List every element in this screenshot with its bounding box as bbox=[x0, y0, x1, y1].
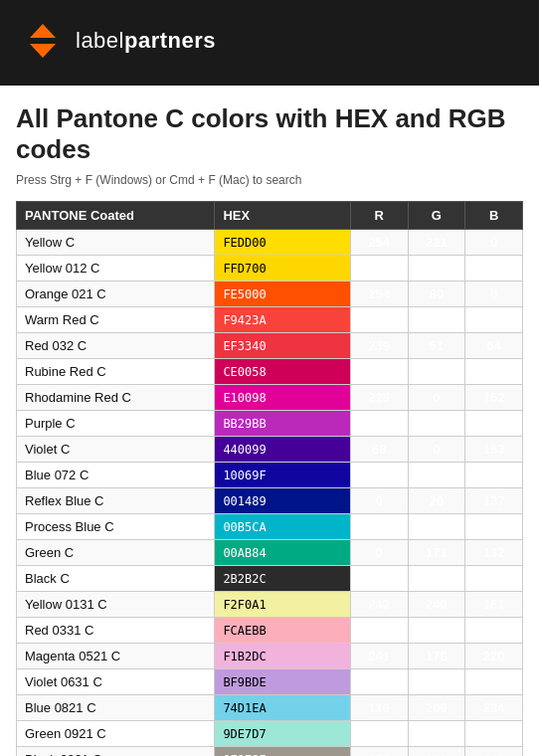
col-header-pantone: PANTONE Coated bbox=[17, 202, 215, 230]
cell-b: 64 bbox=[465, 333, 523, 359]
cell-g: 20 bbox=[408, 488, 465, 514]
cell-r: 249 bbox=[350, 307, 408, 333]
content-area: All Pantone C colors with HEX and RGB co… bbox=[0, 86, 539, 756]
cell-b: 220 bbox=[465, 644, 523, 669]
cell-hex: FFD700 bbox=[215, 256, 350, 282]
cell-g: 0 bbox=[408, 359, 465, 385]
table-header-row: PANTONE Coated HEX R G B bbox=[17, 202, 523, 230]
cell-hex: F1B2DC bbox=[215, 644, 350, 669]
cell-g: 51 bbox=[408, 333, 465, 359]
cell-g: 178 bbox=[408, 644, 465, 669]
cell-hex: 10069F bbox=[215, 463, 350, 488]
table-row: Reflex Blue C001489020137 bbox=[17, 488, 523, 514]
table-row: Orange 021 CFE5000254800 bbox=[17, 282, 523, 307]
table-row: Rubine Red CCE0058206088 bbox=[17, 359, 523, 385]
cell-hex: EF3340 bbox=[215, 333, 350, 359]
cell-hex: 9DE7D7 bbox=[215, 721, 350, 747]
cell-b: 88 bbox=[465, 359, 523, 385]
cell-pantone-name: Process Blue C bbox=[17, 514, 215, 540]
cell-pantone-name: Magenta 0521 C bbox=[17, 644, 215, 669]
table-row: Green C00AB840171132 bbox=[17, 540, 523, 566]
cell-g: 0 bbox=[408, 385, 465, 411]
header: labelpartners bbox=[0, 0, 539, 86]
cell-hex: CE0058 bbox=[215, 359, 350, 385]
cell-pantone-name: Blue 072 C bbox=[17, 463, 215, 488]
cell-b: 187 bbox=[465, 618, 523, 644]
cell-b: 0 bbox=[465, 256, 523, 282]
cell-pantone-name: Green 0921 C bbox=[17, 721, 215, 747]
cell-g: 151 bbox=[408, 747, 465, 756]
cell-pantone-name: Purple C bbox=[17, 411, 215, 437]
cell-b: 234 bbox=[465, 695, 523, 721]
cell-r: 242 bbox=[350, 592, 408, 618]
cell-r: 187 bbox=[350, 411, 408, 437]
cell-r: 255 bbox=[350, 256, 408, 282]
col-header-g: G bbox=[408, 202, 465, 230]
cell-r: 157 bbox=[350, 721, 408, 747]
cell-r: 16 bbox=[350, 463, 408, 488]
cell-b: 38 bbox=[465, 566, 523, 592]
table-row: Blue 0821 C74D1EA116209234 bbox=[17, 695, 523, 721]
cell-pantone-name: Warm Red C bbox=[17, 307, 215, 333]
cell-g: 240 bbox=[408, 592, 465, 618]
logo-text-bold: partners bbox=[124, 28, 216, 53]
cell-g: 41 bbox=[408, 411, 465, 437]
cell-r: 0 bbox=[350, 514, 408, 540]
table-row: Yellow 012 CFFD7002552150 bbox=[17, 256, 523, 282]
cell-pantone-name: Yellow C bbox=[17, 230, 215, 256]
cell-g: 231 bbox=[408, 721, 465, 747]
cell-g: 66 bbox=[408, 307, 465, 333]
cell-r: 68 bbox=[350, 437, 408, 463]
col-header-r: R bbox=[350, 202, 408, 230]
cell-b: 152 bbox=[465, 385, 523, 411]
table-row: Yellow CFEDD002542210 bbox=[17, 230, 523, 256]
table-row: Black C2B2B2C454138 bbox=[17, 566, 523, 592]
cell-r: 116 bbox=[350, 695, 408, 721]
cell-r: 191 bbox=[350, 669, 408, 695]
cell-b: 215 bbox=[465, 721, 523, 747]
cell-g: 41 bbox=[408, 566, 465, 592]
cell-hex: FCAEBB bbox=[215, 618, 350, 644]
cell-g: 133 bbox=[408, 514, 465, 540]
cell-hex: FEDD00 bbox=[215, 230, 350, 256]
cell-r: 158 bbox=[350, 747, 408, 756]
cell-r: 0 bbox=[350, 488, 408, 514]
cell-b: 161 bbox=[465, 592, 523, 618]
cell-g: 6 bbox=[408, 463, 465, 488]
cell-pantone-name: Black 0961 C bbox=[17, 747, 215, 756]
cell-r: 206 bbox=[350, 359, 408, 385]
cell-hex: 2B2B2C bbox=[215, 566, 350, 592]
cell-pantone-name: Blue 0821 C bbox=[17, 695, 215, 721]
cell-b: 132 bbox=[465, 540, 523, 566]
table-row: Black 0961 C9E978E158151142 bbox=[17, 747, 523, 756]
pantone-table: PANTONE Coated HEX R G B Yellow CFEDD002… bbox=[16, 201, 523, 756]
cell-hex: 001489 bbox=[215, 488, 350, 514]
cell-r: 252 bbox=[350, 618, 408, 644]
cell-r: 225 bbox=[350, 385, 408, 411]
col-header-hex: HEX bbox=[215, 202, 350, 230]
cell-r: 45 bbox=[350, 566, 408, 592]
cell-pantone-name: Rubine Red C bbox=[17, 359, 215, 385]
table-row: Process Blue C00B5CA0133202 bbox=[17, 514, 523, 540]
cell-r: 254 bbox=[350, 282, 408, 307]
cell-b: 58 bbox=[465, 307, 523, 333]
table-row: Yellow 0131 CF2F0A1242240161 bbox=[17, 592, 523, 618]
cell-r: 239 bbox=[350, 333, 408, 359]
cell-hex: 74D1EA bbox=[215, 695, 350, 721]
page-title: All Pantone C colors with HEX and RGB co… bbox=[16, 103, 523, 165]
cell-g: 155 bbox=[408, 669, 465, 695]
cell-pantone-name: Violet 0631 C bbox=[17, 669, 215, 695]
table-row: Red 032 CEF33402395164 bbox=[17, 333, 523, 359]
cell-g: 215 bbox=[408, 256, 465, 282]
cell-pantone-name: Green C bbox=[17, 540, 215, 566]
cell-pantone-name: Rhodamine Red C bbox=[17, 385, 215, 411]
cell-b: 153 bbox=[465, 437, 523, 463]
cell-g: 80 bbox=[408, 282, 465, 307]
cell-r: 254 bbox=[350, 230, 408, 256]
cell-b: 222 bbox=[465, 669, 523, 695]
search-hint: Press Strg + F (Windows) or Cmd + F (Mac… bbox=[16, 173, 523, 187]
table-row: Violet C440099680153 bbox=[17, 437, 523, 463]
cell-r: 241 bbox=[350, 644, 408, 669]
cell-r: 0 bbox=[350, 540, 408, 566]
cell-hex: 440099 bbox=[215, 437, 350, 463]
